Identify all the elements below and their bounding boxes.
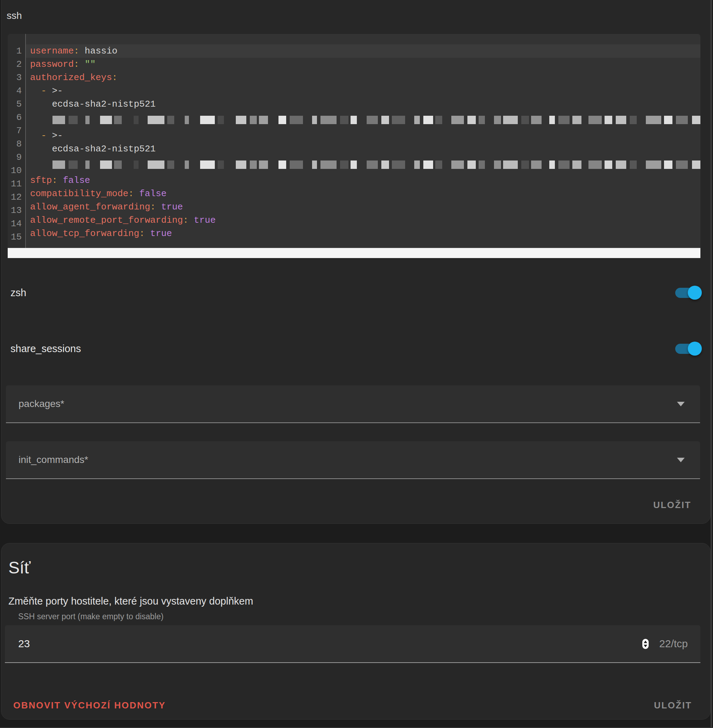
editor-line: password: "" — [26, 58, 700, 71]
token-key: allow_tcp_forwarding — [30, 228, 139, 239]
editor-line: authorized_keys: — [26, 71, 700, 84]
token-key: authorized_keys — [30, 72, 112, 83]
redacted-block — [646, 161, 661, 169]
token-bool: false — [134, 189, 167, 199]
toggle-thumb — [688, 286, 702, 300]
redacted-block — [290, 116, 303, 124]
network-actions-row: OBNOVIT VÝCHOZÍ HODNOTY ULOŽIT — [1, 695, 711, 716]
token-bool: true — [156, 202, 183, 212]
redacted-block — [503, 161, 518, 169]
token-plain: ecdsa-sha2-nistp521 — [30, 99, 156, 109]
redacted-block — [367, 161, 378, 169]
redacted-block — [558, 116, 570, 124]
save-network-button[interactable]: ULOŽIT — [647, 695, 698, 716]
redacted-block — [630, 161, 637, 169]
line-number: 4 — [8, 84, 22, 98]
share-sessions-toggle[interactable] — [675, 342, 700, 356]
redacted-block — [185, 161, 189, 169]
line-number: 13 — [8, 204, 22, 217]
ssh-port-value[interactable]: 23 — [5, 638, 642, 650]
redacted-block — [435, 161, 442, 169]
redacted-block — [218, 161, 224, 169]
editor-line — [26, 161, 700, 174]
network-title: Síť — [1, 543, 710, 577]
redacted-block — [340, 116, 349, 124]
redacted-block — [114, 116, 122, 124]
redacted-block — [100, 161, 112, 169]
redacted-block — [467, 161, 476, 169]
redacted-block — [531, 116, 541, 124]
editor-line: allow_agent_forwarding: true — [26, 200, 700, 214]
redacted-block — [435, 116, 442, 124]
redacted-block — [451, 161, 464, 169]
redacted-block — [630, 116, 637, 124]
redacted-block — [279, 116, 286, 124]
redacted-block — [423, 161, 433, 169]
network-description: Změňte porty hostitele, které jsou vysta… — [1, 577, 710, 607]
redacted-block — [558, 161, 570, 169]
redacted-block — [549, 116, 555, 124]
token-colon: : — [74, 59, 79, 70]
yaml-config-editor[interactable]: 123456789101112131415 username: hassiopa… — [8, 34, 700, 258]
redacted-block — [100, 116, 112, 124]
redacted-block — [381, 161, 389, 169]
share-sessions-toggle-row: share_sessions — [1, 341, 711, 356]
ssh-port-helper-text: SSH server port (make empty to disable) — [1, 607, 710, 621]
redacted-block — [167, 116, 174, 124]
line-number: 2 — [8, 58, 22, 71]
reset-defaults-button[interactable]: OBNOVIT VÝCHOZÍ HODNOTY — [7, 695, 172, 716]
redacted-block — [85, 161, 89, 169]
port-stepper[interactable] — [642, 639, 649, 649]
redacted-block — [479, 161, 485, 169]
token-colon: : — [139, 228, 145, 239]
redacted-block — [392, 116, 405, 124]
save-config-button[interactable]: ULOŽIT — [647, 495, 698, 515]
redacted-block — [236, 161, 246, 169]
toggle-thumb — [688, 342, 702, 356]
redacted-block — [134, 116, 139, 124]
token-colon: : — [128, 189, 134, 199]
page-scrollbar[interactable] — [710, 0, 712, 728]
token-bool: false — [57, 175, 90, 186]
line-number: 1 — [8, 45, 22, 58]
zsh-toggle[interactable] — [675, 286, 700, 300]
token-colon: : — [150, 202, 156, 212]
redacted-block — [114, 161, 122, 169]
redacted-block — [134, 161, 139, 169]
redacted-block — [200, 161, 215, 169]
redacted-block — [664, 116, 673, 124]
token-colon: : — [183, 215, 189, 226]
redacted-block — [479, 116, 485, 124]
redacted-block — [588, 161, 602, 169]
editor-code-area[interactable]: username: hassiopassword: ""authorized_k… — [26, 34, 700, 248]
redacted-block — [52, 161, 65, 169]
token-key: allow_agent_forwarding — [30, 202, 150, 212]
redacted-block — [250, 116, 257, 124]
redacted-block — [451, 116, 464, 124]
redacted-block — [148, 161, 164, 169]
network-card: Síť Změňte porty hostitele, které jsou v… — [1, 543, 710, 720]
token-colon: : — [74, 46, 79, 56]
editor-line: ecdsa-sha2-nistp521 — [26, 142, 700, 156]
chevron-down-icon — [677, 458, 685, 462]
redacted-block — [279, 161, 286, 169]
init-commands-select[interactable]: init_commands* — [6, 441, 700, 479]
redacted-block — [340, 161, 349, 169]
editor-line — [26, 240, 700, 248]
line-number: 7 — [8, 124, 22, 137]
token-dash: - — [41, 130, 52, 141]
line-number: 3 — [8, 71, 22, 84]
redacted-block — [392, 161, 405, 169]
token-key: sftp — [30, 175, 52, 186]
redacted-block — [467, 116, 476, 124]
editor-line: allow_remote_port_forwarding: true — [26, 214, 700, 227]
editor-horizontal-scrollbar[interactable] — [8, 248, 700, 258]
zsh-toggle-row: zsh — [1, 285, 711, 300]
stepper-down-icon[interactable] — [644, 645, 647, 647]
token-key: compatibility_mode — [30, 189, 128, 199]
redacted-block — [218, 116, 224, 124]
packages-select[interactable]: packages* — [6, 385, 700, 423]
ssh-port-input[interactable]: 23 22/tcp — [5, 625, 700, 663]
line-number: 12 — [8, 191, 22, 204]
stepper-up-icon[interactable] — [644, 640, 647, 643]
